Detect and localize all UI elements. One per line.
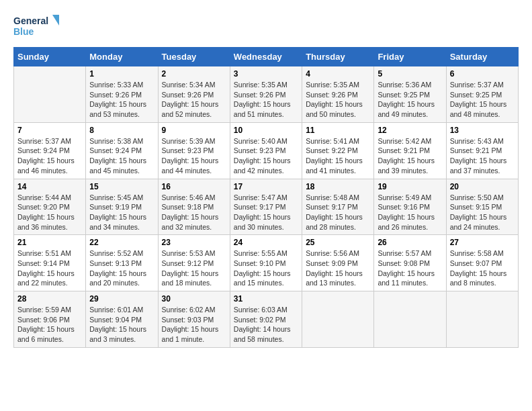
day-info: Sunrise: 5:37 AMSunset: 9:25 PMDaylight:… xyxy=(450,80,515,120)
weekday-header-monday: Monday xyxy=(86,48,158,66)
day-info: Sunrise: 5:51 AMSunset: 9:14 PMDaylight:… xyxy=(17,248,82,288)
day-info: Sunrise: 5:49 AMSunset: 9:16 PMDaylight:… xyxy=(378,193,442,232)
calendar-cell: 23Sunrise: 5:53 AMSunset: 9:12 PMDayligh… xyxy=(158,235,230,291)
day-info: Sunrise: 6:02 AMSunset: 9:03 PMDaylight:… xyxy=(162,305,226,345)
day-info: Sunrise: 6:03 AMSunset: 9:02 PMDaylight:… xyxy=(234,305,298,345)
svg-text:General: General xyxy=(13,15,48,26)
day-info: Sunrise: 5:46 AMSunset: 9:18 PMDaylight:… xyxy=(162,193,226,232)
day-info: Sunrise: 5:37 AMSunset: 9:24 PMDaylight:… xyxy=(17,136,82,176)
day-info: Sunrise: 5:35 AMSunset: 9:26 PMDaylight:… xyxy=(234,80,298,120)
weekday-header-saturday: Saturday xyxy=(446,48,518,66)
day-number: 13 xyxy=(450,126,515,135)
weekday-header-thursday: Thursday xyxy=(302,48,374,66)
calendar-cell: 9Sunrise: 5:39 AMSunset: 9:23 PMDaylight… xyxy=(158,122,230,179)
day-info: Sunrise: 5:53 AMSunset: 9:12 PMDaylight:… xyxy=(162,248,226,288)
day-number: 17 xyxy=(234,182,298,191)
calendar-cell: 24Sunrise: 5:55 AMSunset: 9:10 PMDayligh… xyxy=(230,235,302,291)
day-number: 9 xyxy=(162,126,226,135)
day-number: 25 xyxy=(306,238,370,247)
day-info: Sunrise: 5:41 AMSunset: 9:22 PMDaylight:… xyxy=(306,136,370,176)
weekday-header-sunday: Sunday xyxy=(14,48,86,66)
calendar-cell: 7Sunrise: 5:37 AMSunset: 9:24 PMDaylight… xyxy=(14,122,86,179)
calendar-cell: 8Sunrise: 5:38 AMSunset: 9:24 PMDaylight… xyxy=(86,122,158,179)
calendar-cell: 2Sunrise: 5:34 AMSunset: 9:26 PMDaylight… xyxy=(158,66,230,123)
calendar-cell: 22Sunrise: 5:52 AMSunset: 9:13 PMDayligh… xyxy=(86,235,158,291)
calendar-week-row: 21Sunrise: 5:51 AMSunset: 9:14 PMDayligh… xyxy=(14,235,519,291)
day-info: Sunrise: 6:01 AMSunset: 9:04 PMDaylight:… xyxy=(89,305,154,345)
day-info: Sunrise: 5:34 AMSunset: 9:26 PMDaylight:… xyxy=(162,80,226,120)
calendar-cell xyxy=(302,291,374,348)
day-number: 14 xyxy=(17,182,82,191)
day-number: 12 xyxy=(378,126,442,135)
day-info: Sunrise: 5:47 AMSunset: 9:17 PMDaylight:… xyxy=(234,193,298,232)
day-info: Sunrise: 5:42 AMSunset: 9:21 PMDaylight:… xyxy=(378,136,442,176)
day-number: 28 xyxy=(17,294,82,304)
calendar-cell: 6Sunrise: 5:37 AMSunset: 9:25 PMDaylight… xyxy=(446,66,518,123)
day-info: Sunrise: 5:56 AMSunset: 9:09 PMDaylight:… xyxy=(306,248,370,288)
calendar-cell: 15Sunrise: 5:45 AMSunset: 9:19 PMDayligh… xyxy=(86,179,158,235)
day-info: Sunrise: 5:36 AMSunset: 9:25 PMDaylight:… xyxy=(378,80,442,120)
calendar-cell xyxy=(14,66,86,123)
day-info: Sunrise: 5:50 AMSunset: 9:15 PMDaylight:… xyxy=(450,193,515,232)
day-number: 6 xyxy=(450,69,515,79)
day-number: 7 xyxy=(17,126,82,135)
day-number: 22 xyxy=(89,238,154,247)
calendar-cell: 29Sunrise: 6:01 AMSunset: 9:04 PMDayligh… xyxy=(86,291,158,348)
day-number: 18 xyxy=(306,182,370,191)
day-info: Sunrise: 5:39 AMSunset: 9:23 PMDaylight:… xyxy=(162,136,226,176)
calendar-week-row: 1Sunrise: 5:33 AMSunset: 9:26 PMDaylight… xyxy=(14,66,519,123)
calendar-week-row: 14Sunrise: 5:44 AMSunset: 9:20 PMDayligh… xyxy=(14,179,519,235)
calendar-cell: 20Sunrise: 5:50 AMSunset: 9:15 PMDayligh… xyxy=(446,179,518,235)
calendar-cell: 28Sunrise: 5:59 AMSunset: 9:06 PMDayligh… xyxy=(14,291,86,348)
calendar-cell: 30Sunrise: 6:02 AMSunset: 9:03 PMDayligh… xyxy=(158,291,230,348)
calendar-cell: 4Sunrise: 5:35 AMSunset: 9:26 PMDaylight… xyxy=(302,66,374,123)
day-info: Sunrise: 5:33 AMSunset: 9:26 PMDaylight:… xyxy=(89,80,154,120)
day-info: Sunrise: 5:52 AMSunset: 9:13 PMDaylight:… xyxy=(89,248,154,288)
calendar-table: SundayMondayTuesdayWednesdayThursdayFrid… xyxy=(13,47,519,348)
day-info: Sunrise: 5:40 AMSunset: 9:23 PMDaylight:… xyxy=(234,136,298,176)
day-number: 23 xyxy=(162,238,226,247)
calendar-cell xyxy=(374,291,446,348)
calendar-cell: 19Sunrise: 5:49 AMSunset: 9:16 PMDayligh… xyxy=(374,179,446,235)
day-info: Sunrise: 5:55 AMSunset: 9:10 PMDaylight:… xyxy=(234,248,298,288)
day-number: 4 xyxy=(306,69,370,79)
day-number: 29 xyxy=(89,294,154,304)
svg-marker-2 xyxy=(52,15,59,26)
day-info: Sunrise: 5:38 AMSunset: 9:24 PMDaylight:… xyxy=(89,136,154,176)
day-info: Sunrise: 5:35 AMSunset: 9:26 PMDaylight:… xyxy=(306,80,370,120)
day-number: 8 xyxy=(89,126,154,135)
day-number: 27 xyxy=(450,238,515,247)
calendar-cell: 31Sunrise: 6:03 AMSunset: 9:02 PMDayligh… xyxy=(230,291,302,348)
day-number: 1 xyxy=(89,69,154,79)
page-header: General Blue xyxy=(13,13,519,40)
calendar-cell: 26Sunrise: 5:57 AMSunset: 9:08 PMDayligh… xyxy=(374,235,446,291)
calendar-cell: 21Sunrise: 5:51 AMSunset: 9:14 PMDayligh… xyxy=(14,235,86,291)
calendar-cell: 12Sunrise: 5:42 AMSunset: 9:21 PMDayligh… xyxy=(374,122,446,179)
calendar-cell: 27Sunrise: 5:58 AMSunset: 9:07 PMDayligh… xyxy=(446,235,518,291)
calendar-week-row: 28Sunrise: 5:59 AMSunset: 9:06 PMDayligh… xyxy=(14,291,519,348)
day-number: 30 xyxy=(162,294,226,304)
calendar-cell: 14Sunrise: 5:44 AMSunset: 9:20 PMDayligh… xyxy=(14,179,86,235)
day-number: 19 xyxy=(378,182,442,191)
logo: General Blue xyxy=(13,13,60,40)
calendar-cell: 3Sunrise: 5:35 AMSunset: 9:26 PMDaylight… xyxy=(230,66,302,123)
calendar-cell: 25Sunrise: 5:56 AMSunset: 9:09 PMDayligh… xyxy=(302,235,374,291)
day-number: 10 xyxy=(234,126,298,135)
day-number: 26 xyxy=(378,238,442,247)
calendar-week-row: 7Sunrise: 5:37 AMSunset: 9:24 PMDaylight… xyxy=(14,122,519,179)
day-info: Sunrise: 5:57 AMSunset: 9:08 PMDaylight:… xyxy=(378,248,442,288)
day-info: Sunrise: 5:43 AMSunset: 9:21 PMDaylight:… xyxy=(450,136,515,176)
calendar-cell: 18Sunrise: 5:48 AMSunset: 9:17 PMDayligh… xyxy=(302,179,374,235)
weekday-header-friday: Friday xyxy=(374,48,446,66)
calendar-cell: 16Sunrise: 5:46 AMSunset: 9:18 PMDayligh… xyxy=(158,179,230,235)
day-number: 2 xyxy=(162,69,226,79)
day-info: Sunrise: 5:44 AMSunset: 9:20 PMDaylight:… xyxy=(17,193,82,232)
weekday-header-wednesday: Wednesday xyxy=(230,48,302,66)
svg-text:Blue: Blue xyxy=(13,26,34,37)
weekday-header-tuesday: Tuesday xyxy=(158,48,230,66)
day-info: Sunrise: 5:45 AMSunset: 9:19 PMDaylight:… xyxy=(89,193,154,232)
day-info: Sunrise: 5:59 AMSunset: 9:06 PMDaylight:… xyxy=(17,305,82,345)
calendar-cell: 1Sunrise: 5:33 AMSunset: 9:26 PMDaylight… xyxy=(86,66,158,123)
day-number: 20 xyxy=(450,182,515,191)
calendar-cell: 5Sunrise: 5:36 AMSunset: 9:25 PMDaylight… xyxy=(374,66,446,123)
